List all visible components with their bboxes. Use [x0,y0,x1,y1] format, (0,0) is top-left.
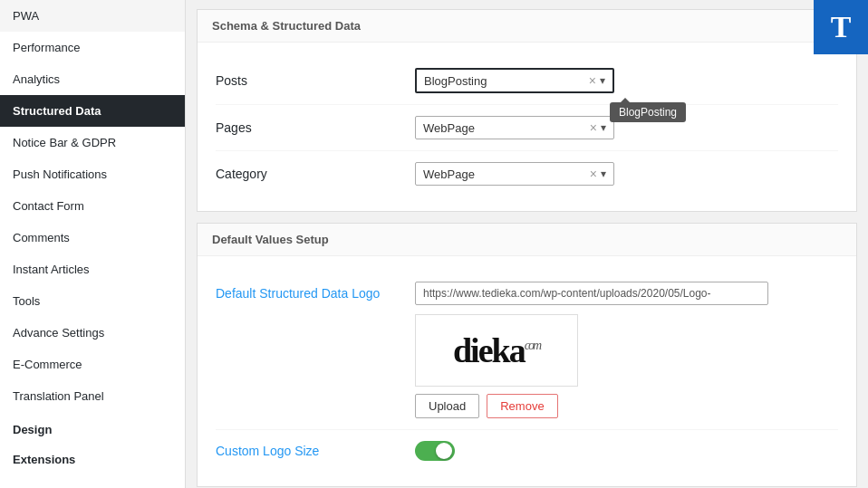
category-label: Category [216,167,415,181]
posts-tooltip: BlogPosting [610,102,686,122]
upload-button[interactable]: Upload [415,394,479,418]
sidebar-item-contact-form[interactable]: Contact Form [0,190,185,222]
sidebar-section-extensions: Extensions [0,442,185,472]
plugin-logo: T [814,0,868,54]
sidebar-item-instant-articles[interactable]: Instant Articles [0,254,185,285]
category-control: WebPage × ▾ [415,162,838,186]
logo-com-text: com [525,339,540,352]
logo-preview-text: diekacom [453,330,540,370]
sidebar-item-ecommerce[interactable]: E-Commerce [0,349,185,380]
posts-label: Posts [216,73,415,88]
custom-logo-label: Custom Logo Size [216,444,415,458]
default-values-title: Default Values Setup [198,224,856,256]
posts-select-clear[interactable]: × [589,73,596,88]
logo-row-top: Default Structured Data Logo [216,282,838,305]
default-values-body: Default Structured Data Logo diekacom Up… [198,256,856,486]
custom-logo-toggle-wrap [415,441,838,461]
sidebar-item-comments[interactable]: Comments [0,222,185,254]
logo-preview: diekacom [415,314,578,387]
posts-select[interactable]: BlogPosting × ▾ [415,68,614,93]
pages-select-clear[interactable]: × [590,120,597,135]
default-values-section: Default Values Setup Default Structured … [197,223,857,487]
logo-main-text: dieka [453,331,525,369]
sidebar: PWA Performance Analytics Structured Dat… [0,0,186,488]
pages-select-value: WebPage [423,121,590,135]
sidebar-item-structured-data[interactable]: Structured Data [0,95,185,127]
sidebar-item-analytics[interactable]: Analytics [0,63,185,95]
sidebar-item-tools[interactable]: Tools [0,285,185,317]
posts-select-arrow[interactable]: ▾ [600,74,605,87]
schema-section-title: Schema & Structured Data [198,10,856,43]
remove-button[interactable]: Remove [487,394,557,418]
category-select-arrow[interactable]: ▾ [601,167,606,180]
category-select-value: WebPage [423,167,590,181]
sidebar-section-design: Design [0,412,185,442]
logo-url-wrap [415,282,838,305]
custom-logo-control [415,441,838,461]
posts-row: Posts BlogPosting × ▾ BlogPosting [216,57,838,105]
pages-select-arrow[interactable]: ▾ [601,121,606,134]
pages-label: Pages [216,120,415,135]
sidebar-item-performance[interactable]: Performance [0,32,185,63]
schema-section: Schema & Structured Data Posts BlogPosti… [197,9,857,212]
logo-row: Default Structured Data Logo diekacom Up… [216,271,838,430]
category-select[interactable]: WebPage × ▾ [415,162,614,186]
pages-select[interactable]: WebPage × ▾ [415,116,614,139]
schema-section-body: Posts BlogPosting × ▾ BlogPosting Pages … [198,43,856,211]
plugin-logo-letter: T [831,10,852,44]
sidebar-item-push-notifications[interactable]: Push Notifications [0,158,185,190]
posts-control: BlogPosting × ▾ BlogPosting [415,68,838,93]
posts-select-value: BlogPosting [424,74,589,88]
main-content: T Schema & Structured Data Posts BlogPos… [186,0,868,488]
sidebar-item-translation-panel[interactable]: Translation Panel [0,380,185,412]
custom-logo-toggle[interactable] [415,441,455,461]
sidebar-item-pwa[interactable]: PWA [0,0,185,32]
logo-field-label: Default Structured Data Logo [216,286,415,301]
sidebar-item-notice-bar[interactable]: Notice Bar & GDPR [0,127,185,158]
pages-row: Pages WebPage × ▾ [216,105,838,151]
sidebar-item-advance-settings[interactable]: Advance Settings [0,317,185,349]
logo-url-input[interactable] [415,282,768,305]
custom-logo-row: Custom Logo Size [216,430,838,472]
toggle-knob [436,443,452,459]
category-select-clear[interactable]: × [590,167,597,181]
category-row: Category WebPage × ▾ [216,151,838,196]
logo-buttons: Upload Remove [415,394,558,418]
